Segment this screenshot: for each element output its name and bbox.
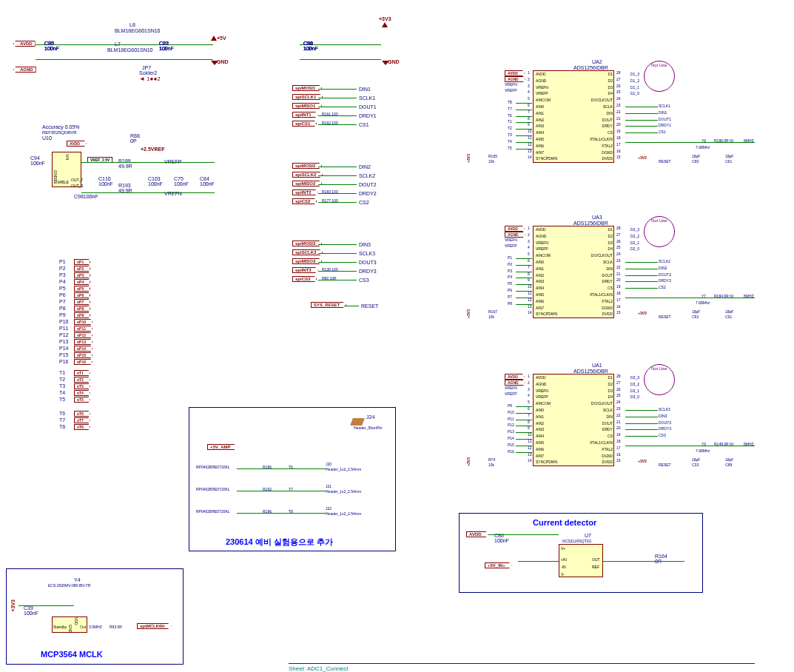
j24-ref: J24 bbox=[366, 414, 374, 420]
u7-pin: +IN bbox=[561, 557, 567, 562]
u7-ref-pin: REF bbox=[592, 565, 599, 569]
c87: C871uF bbox=[159, 41, 169, 51]
p5v-amp: +5V_AMP bbox=[207, 444, 238, 450]
y4-ref: Y4 bbox=[74, 577, 81, 582]
jp7-pins: ◄ 1●●2 bbox=[139, 75, 161, 82]
wire bbox=[36, 59, 213, 60]
spi-net: spiCS2 bbox=[292, 198, 317, 204]
r164: R1640R bbox=[655, 554, 667, 564]
spi-net: spiMISO3 bbox=[292, 258, 322, 264]
wire bbox=[518, 561, 559, 562]
avdd-cd: AVDD bbox=[466, 531, 488, 537]
l7-val: BLM18EG601SN10 bbox=[107, 47, 152, 53]
wire bbox=[18, 605, 74, 606]
sys-reset: SYS_RESET bbox=[311, 302, 346, 308]
wire bbox=[603, 561, 684, 562]
c39: C39100nF bbox=[24, 605, 38, 616]
c85: C85100nF bbox=[44, 41, 59, 51]
l7-ref: L7 bbox=[115, 41, 121, 47]
spi-net: spiMOSI1 bbox=[292, 85, 322, 91]
u10-ref: U10 bbox=[42, 135, 52, 141]
mclk-title: MCP3564 MCLK bbox=[41, 650, 103, 659]
spi-net: spiSCLK3 bbox=[292, 249, 323, 255]
ref-part: REF3525QDBVR bbox=[42, 130, 77, 135]
c75: C75100nF bbox=[174, 176, 189, 187]
spi-net: spiMISO1 bbox=[292, 103, 322, 109]
p5v-inp: +5V_IN+ bbox=[485, 562, 512, 568]
u10-enable: ENABLE bbox=[54, 180, 69, 184]
c61: C611uF bbox=[303, 41, 313, 51]
u10-outf: OUT_F bbox=[71, 178, 83, 182]
r93: R93 0R bbox=[110, 625, 122, 629]
wire bbox=[300, 59, 381, 60]
u10-outs: OUT_S bbox=[71, 184, 84, 188]
wire bbox=[488, 534, 559, 535]
spi-net: spiINT2 bbox=[292, 189, 318, 195]
vdd-pin: VDD bbox=[74, 617, 78, 625]
l8-val: BLM18EG601SN10 bbox=[115, 28, 160, 33]
r193: R19349.9R bbox=[118, 183, 132, 193]
gnd-pin: GND bbox=[68, 625, 73, 633]
mclk-freq: 3.5MHZ bbox=[89, 625, 102, 629]
spi-net: spiMOSI3 bbox=[292, 241, 322, 246]
avdd-label: AVDD bbox=[13, 41, 36, 47]
accuracy: Accuracy 0.05% bbox=[42, 124, 80, 130]
agnd-label: AGND bbox=[13, 67, 36, 73]
r189: R18949.9R bbox=[118, 158, 132, 169]
jp7-ref: JP7 bbox=[142, 65, 151, 70]
spi-net: spiINT1 bbox=[292, 112, 318, 118]
u7-out: OUT bbox=[592, 557, 600, 562]
p3v3-label: +3V3 bbox=[379, 16, 391, 21]
sheet-title: Sheet: ADC1_Connect bbox=[289, 663, 755, 672]
wire bbox=[81, 162, 215, 163]
spi-net: spiMISO2 bbox=[292, 181, 322, 187]
l8-ref: L8 bbox=[129, 22, 135, 27]
spi-net: spiSCLK1 bbox=[292, 94, 323, 100]
p5v-arrow bbox=[211, 36, 217, 41]
j24-val: Header_ShortPin bbox=[354, 426, 382, 430]
spi-net: spiSCLK2 bbox=[292, 172, 323, 178]
r88: R880P bbox=[130, 133, 140, 144]
spi-net: spiINT3 bbox=[292, 267, 318, 273]
gnd-label2: GND bbox=[388, 59, 400, 64]
u7-part: NCS211RSQT2G bbox=[562, 539, 591, 543]
exp-note: 230614 예비 실험용으로 추가 bbox=[226, 537, 333, 548]
p5v-label: +5V bbox=[217, 36, 226, 41]
wire bbox=[36, 44, 213, 45]
avdd-net: AVDD bbox=[67, 141, 87, 147]
c110: C110100nF bbox=[98, 176, 113, 187]
u7-min: -IN bbox=[561, 565, 566, 569]
p3v3-arrow bbox=[382, 22, 388, 27]
spi-net: spiMOSI2 bbox=[292, 163, 322, 169]
u7-vm: V- bbox=[561, 572, 565, 577]
p3v3-mclk: +3V3 bbox=[10, 599, 16, 612]
gnd-label: GND bbox=[217, 59, 229, 64]
curr-det-title: Current detector bbox=[533, 518, 596, 527]
u10-vin: VIN bbox=[65, 154, 70, 160]
standby: Standby bbox=[53, 625, 67, 629]
spi-net: spiCS3 bbox=[292, 276, 317, 282]
c103: C103100nF bbox=[148, 176, 163, 187]
u7-vp: V+ bbox=[561, 546, 565, 551]
u7-ref: U7 bbox=[585, 533, 591, 538]
y4-part: ECS-2520MV-080-BN-TR bbox=[48, 583, 90, 588]
spi-net: spiCS1 bbox=[292, 121, 317, 127]
jp7-val: Solder2 bbox=[139, 70, 157, 75]
c98: C98100nF bbox=[74, 194, 98, 199]
mclk-out: spiMCLK0H bbox=[137, 623, 172, 629]
c84: C84100nF bbox=[200, 176, 215, 187]
out-pin: Out bbox=[80, 625, 86, 629]
vref25: +2.5VREF bbox=[141, 147, 165, 152]
c94: C94100nF bbox=[30, 155, 45, 166]
wire bbox=[81, 192, 215, 193]
